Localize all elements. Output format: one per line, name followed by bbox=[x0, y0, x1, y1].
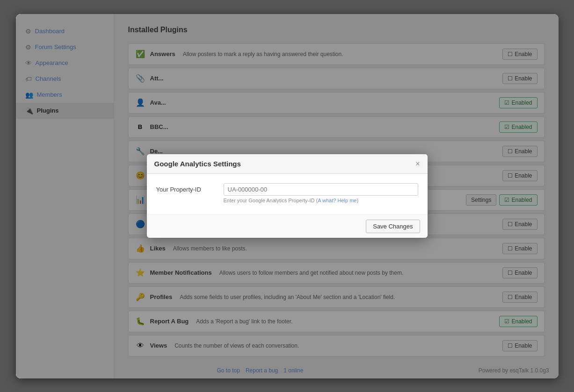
property-id-hint: Enter your Google Analytics Property-ID … bbox=[224, 198, 418, 203]
app-container: ⚙ Dashboard ⚙ Forum Settings 👁 Appearanc… bbox=[16, 14, 559, 378]
property-id-input-wrap: Enter your Google Analytics Property-ID … bbox=[224, 183, 418, 203]
hint-link-what[interactable]: A what? bbox=[318, 198, 336, 203]
modal-title: Google Analytics Settings bbox=[154, 160, 241, 168]
property-id-row: Your Property-ID Enter your Google Analy… bbox=[156, 183, 418, 203]
property-id-input[interactable] bbox=[224, 183, 418, 196]
hint-link-help[interactable]: Help me bbox=[337, 198, 356, 203]
hint-close: ) bbox=[356, 198, 358, 203]
modal-footer: Save Changes bbox=[147, 214, 428, 238]
modal-body: Your Property-ID Enter your Google Analy… bbox=[147, 174, 428, 214]
property-id-label: Your Property-ID bbox=[156, 183, 217, 193]
modal-close-button[interactable]: × bbox=[415, 160, 420, 168]
modal-overlay[interactable]: Google Analytics Settings × Your Propert… bbox=[16, 14, 559, 378]
google-analytics-modal: Google Analytics Settings × Your Propert… bbox=[147, 154, 428, 238]
modal-header: Google Analytics Settings × bbox=[147, 154, 428, 174]
hint-text: Enter your Google Analytics Property-ID … bbox=[224, 198, 318, 203]
save-changes-button[interactable]: Save Changes bbox=[366, 220, 420, 233]
